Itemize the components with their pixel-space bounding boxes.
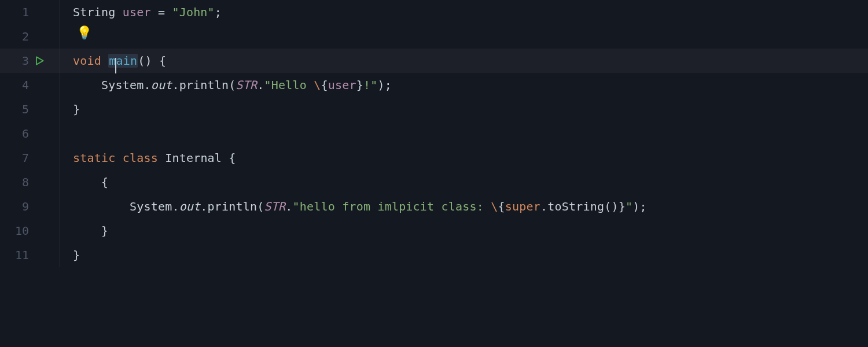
- indent: [73, 200, 130, 213]
- line-number: 6: [0, 127, 29, 141]
- gutter: 2: [0, 24, 60, 49]
- punct: }: [101, 224, 108, 238]
- punct: ;: [385, 78, 392, 92]
- code-content[interactable]: String user = "John";: [60, 0, 222, 24]
- identifier: .println(: [172, 78, 236, 92]
- punct: ;: [639, 200, 646, 213]
- code-editor[interactable]: 💡 1 String user = "John"; 2 3 void main(…: [0, 0, 868, 347]
- identifier: user: [123, 5, 151, 19]
- keyword: super: [505, 200, 540, 213]
- indent: [73, 175, 101, 189]
- code-content[interactable]: [60, 24, 73, 49]
- string-literal: !": [363, 78, 377, 92]
- punct: {: [101, 175, 108, 189]
- identifier: System.: [101, 78, 151, 92]
- punct: .: [257, 78, 264, 92]
- gutter: 10: [0, 219, 60, 243]
- type-token: String: [73, 5, 115, 19]
- punct: ): [377, 78, 384, 92]
- run-gutter-icon[interactable]: [34, 55, 45, 67]
- punct: {: [498, 200, 505, 213]
- punct: {: [229, 151, 236, 165]
- code-line[interactable]: 10 }: [0, 219, 868, 243]
- gutter: 5: [0, 97, 60, 121]
- code-line[interactable]: 5 }: [0, 97, 868, 121]
- code-content[interactable]: }: [60, 97, 80, 121]
- method-name-selected: main: [108, 54, 138, 68]
- code-line[interactable]: 6: [0, 121, 868, 146]
- code-content[interactable]: {: [60, 170, 108, 194]
- gutter: 6: [0, 121, 60, 146]
- code-content[interactable]: }: [60, 243, 80, 267]
- code-line-active[interactable]: 3 void main() {: [0, 49, 868, 73]
- string-literal: "John": [172, 5, 214, 19]
- keyword: class: [123, 151, 158, 165]
- punct: }: [356, 78, 363, 92]
- identifier: System.: [130, 200, 179, 213]
- string-literal: "Hello: [264, 78, 314, 92]
- line-number: 4: [0, 78, 29, 92]
- code-content[interactable]: }: [60, 219, 108, 243]
- punct: {: [321, 78, 328, 92]
- identifier: .println(: [200, 200, 264, 213]
- code-line[interactable]: 11 }: [0, 243, 868, 267]
- space: [158, 151, 165, 165]
- string-literal: "hello from imlpicit class:: [293, 200, 491, 213]
- space: [115, 5, 122, 19]
- field-italic: out: [179, 200, 201, 213]
- string-literal: ": [626, 200, 632, 213]
- code-content[interactable]: void main() {: [60, 49, 166, 73]
- escape: \: [491, 200, 498, 213]
- line-number: 5: [0, 102, 29, 116]
- gutter: 9: [0, 194, 60, 219]
- line-number: 3: [0, 54, 29, 68]
- gutter: 3: [0, 49, 60, 73]
- identifier: user: [328, 78, 356, 92]
- line-number: 7: [0, 151, 29, 165]
- indent: [73, 78, 101, 92]
- gutter: 4: [0, 73, 60, 97]
- line-number: 8: [0, 175, 29, 189]
- punct: ): [632, 200, 639, 213]
- code-line[interactable]: 7 static class Internal {: [0, 146, 868, 170]
- code-line[interactable]: 2: [0, 24, 868, 49]
- identifier: .toString(): [540, 200, 619, 213]
- code-line[interactable]: 1 String user = "John";: [0, 0, 868, 24]
- space: [101, 54, 108, 68]
- code-line[interactable]: 8 {: [0, 170, 868, 194]
- line-number: 9: [0, 200, 29, 213]
- operator: =: [151, 5, 172, 19]
- punct: }: [73, 102, 80, 116]
- code-content[interactable]: [60, 121, 73, 146]
- punct: }: [619, 200, 626, 213]
- space: [115, 151, 122, 165]
- gutter: 8: [0, 170, 60, 194]
- line-number: 11: [0, 248, 29, 262]
- escape: \: [314, 78, 321, 92]
- field-italic: out: [151, 78, 172, 92]
- line-number: 10: [0, 224, 29, 238]
- code-line[interactable]: 9 System.out.println(STR."hello from iml…: [0, 194, 868, 219]
- gutter: 11: [0, 243, 60, 267]
- svg-marker-0: [36, 57, 43, 64]
- punct: .: [285, 200, 292, 213]
- punct: }: [73, 248, 80, 262]
- keyword: void: [73, 54, 101, 68]
- line-number: 1: [0, 5, 29, 19]
- keyword: static: [73, 151, 115, 165]
- code-line[interactable]: 4 System.out.println(STR."Hello \{user}!…: [0, 73, 868, 97]
- code-content[interactable]: System.out.println(STR."hello from imlpi…: [60, 194, 647, 219]
- punct: () {: [138, 54, 166, 68]
- indent: [73, 224, 101, 238]
- class-name: Internal: [165, 151, 222, 165]
- punct: ;: [215, 5, 222, 19]
- lightbulb-icon[interactable]: 💡: [76, 25, 92, 40]
- constant: STR: [264, 200, 286, 213]
- code-content[interactable]: System.out.println(STR."Hello \{user}!")…: [60, 73, 392, 97]
- gutter: 7: [0, 146, 60, 170]
- line-number: 2: [0, 29, 29, 43]
- constant: STR: [236, 78, 258, 92]
- space: [222, 151, 229, 165]
- code-content[interactable]: static class Internal {: [60, 146, 236, 170]
- gutter: 1: [0, 0, 60, 24]
